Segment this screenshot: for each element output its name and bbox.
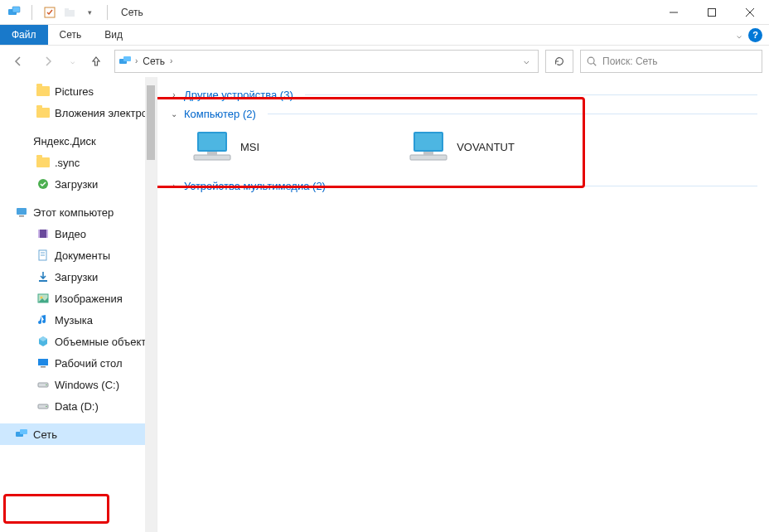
sidebar-item[interactable]: Windows (C:): [0, 374, 145, 395]
divider: [268, 114, 757, 114]
this-pc-icon: [15, 206, 28, 219]
sidebar-item[interactable]: Этот компьютер: [0, 201, 145, 223]
sidebar-item[interactable]: Pictures: [0, 80, 145, 102]
search-input[interactable]: [602, 56, 757, 67]
sidebar-item[interactable]: Музыка: [0, 309, 145, 331]
computer-label: VOVANTUT: [457, 141, 515, 153]
sidebar-item[interactable]: .sync: [0, 152, 145, 173]
svg-rect-22: [39, 280, 47, 282]
sidebar-item-label: Рабочий стол: [55, 357, 123, 370]
computer-item[interactable]: MSI: [192, 130, 259, 163]
sidebar-item[interactable]: Загрузки: [0, 266, 145, 288]
desktop-icon: [36, 356, 50, 370]
svg-rect-1: [12, 7, 20, 12]
svg-rect-6: [709, 8, 716, 16]
chevron-right-icon[interactable]: ›: [169, 181, 179, 191]
svg-point-30: [46, 406, 47, 408]
svg-rect-3: [65, 10, 75, 17]
breadcrumb-item[interactable]: Сеть: [141, 56, 167, 67]
video-icon: [36, 227, 50, 240]
back-button[interactable]: [7, 50, 30, 73]
sidebar-item-label: Яндекс.Диск: [33, 135, 96, 148]
sidebar-item-label: Объемные объекты: [55, 336, 145, 348]
refresh-button[interactable]: [545, 50, 573, 73]
svg-rect-36: [207, 152, 217, 155]
recent-dropdown-icon[interactable]: ⌵: [66, 50, 78, 73]
svg-rect-39: [410, 155, 447, 160]
group-header[interactable]: ›Другие устройства (3): [169, 85, 757, 104]
group-header[interactable]: ›Устройства мультимедиа (2): [169, 177, 757, 196]
check-green-icon: [36, 177, 50, 191]
downloads-icon: [36, 270, 50, 283]
sidebar: PicturesВложения электронной почтыЯндекс…: [0, 77, 157, 532]
forward-button[interactable]: [36, 50, 60, 73]
sidebar-item[interactable]: Объемные объекты: [0, 331, 145, 352]
chevron-right-icon[interactable]: ›: [170, 56, 172, 65]
sidebar-scrollbar[interactable]: [145, 77, 157, 532]
sidebar-item-label: Видео: [55, 228, 86, 240]
separator: [31, 5, 32, 20]
svg-rect-32: [20, 429, 27, 434]
svg-rect-26: [41, 366, 46, 368]
network-app-icon: [7, 5, 22, 20]
qat-properties-icon[interactable]: [42, 5, 57, 20]
chevron-down-icon[interactable]: ⌄: [169, 109, 179, 118]
search-icon: [586, 56, 597, 67]
qat-dropdown-icon[interactable]: ▾: [82, 5, 97, 20]
sidebar-item[interactable]: Сеть: [0, 423, 145, 445]
ribbon-tabs: Файл Сеть Вид ⌵ ?: [0, 25, 769, 46]
svg-rect-40: [423, 152, 433, 155]
scrollbar-thumb[interactable]: [147, 85, 155, 160]
sidebar-item-label: Музыка: [55, 314, 93, 326]
chevron-right-icon[interactable]: ›: [169, 90, 179, 99]
svg-point-11: [588, 57, 594, 64]
group-label: Компьютер (2): [184, 108, 256, 120]
minimize-button[interactable]: [655, 0, 693, 25]
svg-rect-38: [415, 133, 442, 150]
svg-rect-34: [199, 133, 225, 150]
computer-item[interactable]: VOVANTUT: [409, 130, 515, 163]
sidebar-item-label: Этот компьютер: [33, 206, 114, 219]
documents-icon: [36, 249, 50, 262]
breadcrumb-label: Сеть: [143, 56, 165, 67]
svg-rect-35: [194, 155, 230, 160]
separator: [107, 5, 108, 20]
file-tab[interactable]: Файл: [0, 25, 48, 45]
sidebar-item[interactable]: Документы: [0, 244, 145, 266]
computer-icon: [192, 130, 232, 163]
svg-rect-4: [65, 8, 69, 11]
chevron-right-icon[interactable]: ›: [135, 56, 138, 65]
sidebar-item[interactable]: Изображения: [0, 288, 145, 309]
music-icon: [36, 313, 50, 326]
svg-line-12: [593, 63, 596, 65]
sidebar-item-label: Загрузки: [55, 178, 98, 191]
items-grid: MSIVOVANTUT: [169, 123, 757, 177]
group-label: Другие устройства (3): [184, 89, 293, 101]
sidebar-item[interactable]: Загрузки: [0, 173, 145, 195]
svg-rect-14: [17, 208, 27, 215]
group-header[interactable]: ⌄Компьютер (2): [169, 104, 757, 123]
tab-view[interactable]: Вид: [93, 25, 134, 45]
maximize-button[interactable]: [693, 0, 731, 25]
svg-point-24: [41, 297, 43, 299]
folder-icon: [36, 106, 50, 119]
close-button[interactable]: [731, 0, 769, 25]
qat-newfolder-icon[interactable]: [62, 5, 77, 20]
sidebar-item[interactable]: Видео: [0, 223, 145, 244]
sidebar-item[interactable]: Вложения электронной почты: [0, 102, 145, 123]
sidebar-item[interactable]: Data (D:): [0, 395, 145, 417]
search-box[interactable]: [580, 50, 762, 73]
up-button[interactable]: [85, 50, 108, 73]
sidebar-item[interactable]: Рабочий стол: [0, 352, 145, 374]
sidebar-item-label: Загрузки: [55, 271, 98, 283]
nav-row: ⌵ › Сеть › ⌵: [0, 46, 769, 77]
address-dropdown-icon[interactable]: ⌵: [519, 56, 534, 66]
address-bar[interactable]: › Сеть › ⌵: [114, 50, 539, 73]
yadisk-icon: [15, 134, 28, 148]
sidebar-item-label: .sync: [55, 157, 80, 169]
tab-network[interactable]: Сеть: [48, 25, 94, 45]
ribbon-expand-icon[interactable]: ⌵: [737, 31, 742, 40]
sidebar-item[interactable]: Яндекс.Диск: [0, 130, 145, 152]
help-icon[interactable]: ?: [748, 28, 762, 42]
sidebar-item-label: Data (D:): [55, 400, 99, 413]
